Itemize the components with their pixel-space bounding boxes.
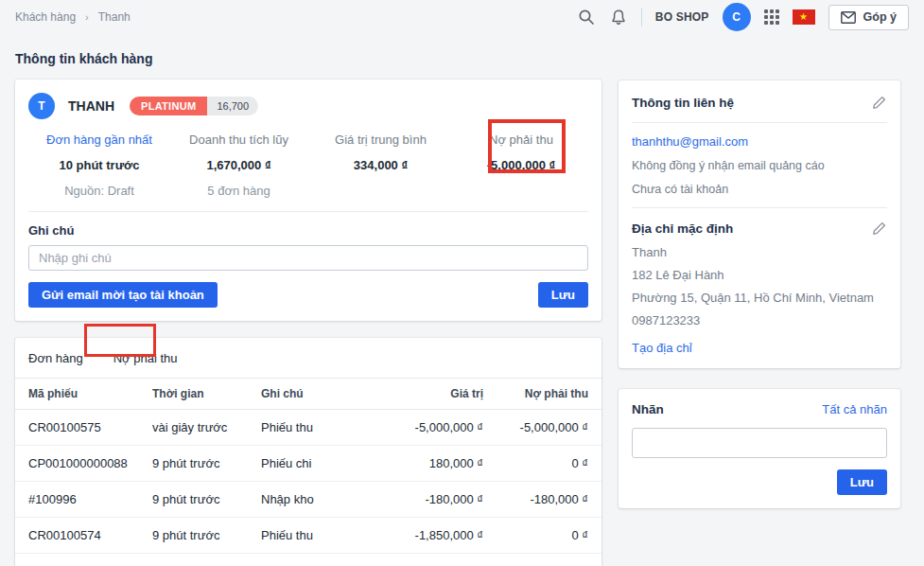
cell-time: 9 phút trước: [152, 482, 261, 518]
cell-value: -180,000 ₫: [360, 482, 483, 518]
all-labels-link[interactable]: Tất cả nhãn: [822, 402, 887, 416]
create-address-link[interactable]: Tạo địa chỉ: [632, 341, 692, 355]
tab-receivable-debt[interactable]: Nợ phải thu: [113, 338, 178, 378]
address-street: 182 Lê Đại Hành: [632, 268, 887, 282]
customer-summary-card: T THANH PLATINUM 16,700 Đơn hàng gần nhấ…: [15, 80, 601, 321]
section-divider: [632, 122, 887, 123]
stat-total-revenue-label: Doanh thu tích lũy: [170, 133, 307, 147]
cell-time: 9 phút trước: [152, 446, 261, 482]
labels-title: Nhãn: [632, 402, 664, 416]
voucher-code-link[interactable]: CR00100574: [15, 518, 152, 554]
address-region: Phường 15, Quận 11, Hồ Chí Minh, Vietnam: [632, 291, 887, 305]
card-divider: [28, 211, 588, 212]
account-status: Chưa có tài khoản: [632, 183, 887, 196]
stat-receivable-debt: Nợ phải thu -5,000,000 ₫: [454, 133, 588, 198]
table-row: CR00100575 vài giây trước Phiếu thu -5,0…: [15, 410, 601, 446]
cell-note: Phiếu thu: [261, 410, 360, 446]
edit-address-pencil-icon[interactable]: [870, 220, 887, 237]
customer-stats: Đơn hàng gần nhất 10 phút trước Nguồn: D…: [28, 133, 588, 198]
breadcrumb-parent[interactable]: Khách hàng: [15, 10, 76, 24]
stat-total-revenue-value: 1,670,000 ₫: [170, 158, 307, 172]
stat-total-revenue: Doanh thu tích lũy 1,670,000 ₫ 5 đơn hàn…: [170, 133, 307, 198]
send-invite-email-button[interactable]: Gửi email mời tạo tài khoản: [28, 282, 218, 308]
note-save-button[interactable]: Lưu: [538, 282, 588, 308]
cell-value: -1,850,000 ₫: [360, 518, 483, 554]
cell-time: 10 phút trước: [152, 554, 261, 566]
cell-debt: 1,850,000 ₫: [483, 554, 601, 566]
cell-value: -5,000,000 ₫: [360, 410, 483, 446]
cell-time: vài giây trước: [152, 410, 261, 446]
topbar: Khách hàng › Thanh BO SHOP C ★ Góp ý: [0, 0, 924, 34]
stat-average-value-sub: [307, 184, 454, 198]
user-avatar[interactable]: C: [723, 3, 751, 31]
col-header-note: Ghi chú: [261, 379, 360, 410]
loyalty-badge: PLATINUM 16,700: [130, 97, 258, 115]
col-header-code: Mã phiếu: [15, 379, 152, 410]
cell-time: 9 phút trước: [152, 518, 261, 554]
voucher-code-link[interactable]: CP001000000088: [15, 446, 152, 482]
stat-receivable-debt-sub: [454, 184, 588, 198]
envelope-icon: [841, 11, 856, 24]
cell-debt: 0 ₫: [483, 518, 601, 554]
topbar-actions: BO SHOP C ★ Góp ý: [577, 3, 909, 31]
marketing-consent-status: Không đồng ý nhận email quảng cáo: [632, 159, 887, 172]
breadcrumb-current: Thanh: [98, 10, 131, 24]
stat-receivable-debt-value: -5,000,000 ₫: [454, 158, 588, 172]
col-header-time: Thời gian: [152, 379, 261, 410]
stat-last-order: Đơn hàng gần nhất 10 phút trước Nguồn: D…: [28, 133, 170, 198]
cell-debt: -180,000 ₫: [483, 482, 601, 518]
section-divider: [632, 207, 887, 208]
tier-badge: PLATINUM: [130, 97, 207, 115]
shop-name[interactable]: BO SHOP: [655, 10, 709, 24]
labels-save-button[interactable]: Lưu: [837, 469, 887, 495]
stat-last-order-label[interactable]: Đơn hàng gần nhất: [28, 133, 170, 147]
default-address-title: Địa chỉ mặc định: [632, 221, 733, 236]
notifications-bell-icon[interactable]: [609, 8, 628, 27]
stat-average-value-value: 334,000 ₫: [307, 158, 454, 172]
voucher-code-link[interactable]: CR00100575: [15, 410, 152, 446]
cell-note: Phiếu thu: [261, 518, 360, 554]
orders-debt-card: Đơn hàng Nợ phải thu Mã phiếu Thời gian …: [15, 338, 601, 566]
table-row: 1050701213 10 phút trước Giao hàng 1,850…: [15, 554, 601, 566]
cell-debt: -5,000,000 ₫: [483, 410, 601, 446]
tab-bar: Đơn hàng Nợ phải thu: [15, 338, 601, 379]
points-badge: 16,700: [207, 97, 258, 115]
stat-receivable-debt-label: Nợ phải thu: [454, 133, 588, 147]
cell-note: Giao hàng: [261, 554, 360, 566]
feedback-button[interactable]: Góp ý: [828, 5, 909, 30]
edit-contact-pencil-icon[interactable]: [870, 94, 887, 111]
language-flag-vietnam-icon[interactable]: ★: [793, 9, 815, 25]
address-phone: 0987123233: [632, 313, 887, 327]
search-icon[interactable]: [577, 8, 596, 27]
stat-last-order-sub: Nguồn: Draft: [28, 184, 170, 198]
topbar-divider: [641, 8, 642, 27]
stat-average-value: Giá trị trung bình 334,000 ₫: [307, 133, 454, 198]
stat-total-revenue-sub: 5 đơn hàng: [170, 184, 307, 198]
cell-note: Nhập kho: [261, 482, 360, 518]
contact-info-title: Thông tin liên hệ: [632, 96, 734, 110]
note-label: Ghi chú: [28, 223, 588, 238]
debt-table-header-row: Mã phiếu Thời gian Ghi chú Giá trị Nợ ph…: [15, 379, 601, 410]
feedback-button-label: Góp ý: [863, 10, 897, 24]
cell-note: Phiếu chi: [261, 446, 360, 482]
customer-avatar: T: [28, 93, 55, 119]
cell-value: 180,000 ₫: [360, 446, 483, 482]
customer-email-link[interactable]: thanhthu@gmail.com: [632, 134, 887, 149]
labels-input[interactable]: [632, 428, 887, 458]
breadcrumb-separator-icon: ›: [85, 11, 89, 23]
customer-name: THANH: [68, 98, 114, 114]
debt-table: Mã phiếu Thời gian Ghi chú Giá trị Nợ ph…: [15, 379, 601, 566]
apps-grid-icon[interactable]: [764, 9, 779, 25]
voucher-code-link[interactable]: 1050701213: [15, 554, 152, 566]
address-name: Thanh: [632, 245, 887, 259]
labels-card: Nhãn Tất cả nhãn Lưu: [619, 389, 900, 508]
breadcrumb: Khách hàng › Thanh: [15, 10, 131, 24]
tab-orders[interactable]: Đơn hàng: [28, 338, 83, 378]
contact-address-card: Thông tin liên hệ thanhthu@gmail.com Khô…: [619, 80, 900, 368]
stat-average-value-label: Giá trị trung bình: [307, 133, 454, 147]
voucher-code-link[interactable]: #100996: [15, 482, 152, 518]
stat-last-order-value: 10 phút trước: [28, 158, 170, 172]
col-header-value: Giá trị: [360, 379, 483, 410]
note-input[interactable]: [28, 245, 588, 271]
col-header-debt: Nợ phải thu: [483, 379, 601, 410]
